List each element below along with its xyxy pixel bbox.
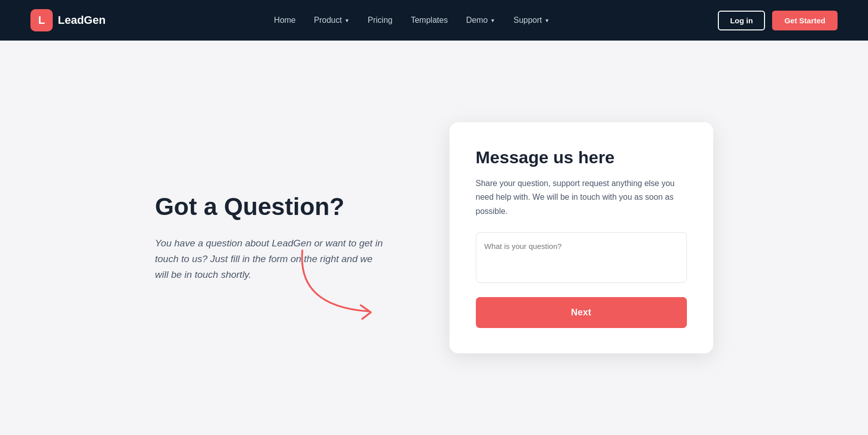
- main-content: Got a Question? You have a question abou…: [0, 41, 868, 435]
- chevron-down-icon: ▼: [544, 18, 549, 23]
- chevron-down-icon: ▼: [344, 18, 350, 23]
- hero-section: Got a Question? You have a question abou…: [155, 193, 409, 282]
- question-input[interactable]: [476, 232, 687, 283]
- nav-item-home[interactable]: Home: [274, 16, 296, 25]
- nav-links: Home Product ▼ Pricing Templates Demo ▼ …: [274, 16, 549, 25]
- brand-name: LeadGen: [58, 14, 106, 27]
- next-button[interactable]: Next: [476, 297, 687, 328]
- card-description: Share your question, support request any…: [476, 176, 687, 218]
- nav-actions: Log in Get Started: [718, 11, 838, 30]
- main-heading: Got a Question?: [155, 193, 409, 221]
- logo-link[interactable]: L LeadGen: [30, 9, 106, 31]
- card-title: Message us here: [476, 148, 687, 167]
- contact-form-card: Message us here Share your question, sup…: [449, 122, 713, 353]
- get-started-button[interactable]: Get Started: [772, 11, 838, 30]
- chevron-down-icon: ▼: [490, 18, 495, 23]
- nav-item-templates[interactable]: Templates: [411, 16, 448, 25]
- nav-item-demo[interactable]: Demo ▼: [466, 16, 496, 25]
- login-button[interactable]: Log in: [718, 11, 765, 30]
- decorative-arrow: [287, 245, 389, 323]
- navbar: L LeadGen Home Product ▼ Pricing Templat…: [0, 0, 868, 41]
- nav-item-support[interactable]: Support ▼: [513, 16, 549, 25]
- logo-icon: L: [30, 9, 53, 31]
- nav-item-pricing[interactable]: Pricing: [368, 16, 393, 25]
- nav-item-product[interactable]: Product ▼: [314, 16, 350, 25]
